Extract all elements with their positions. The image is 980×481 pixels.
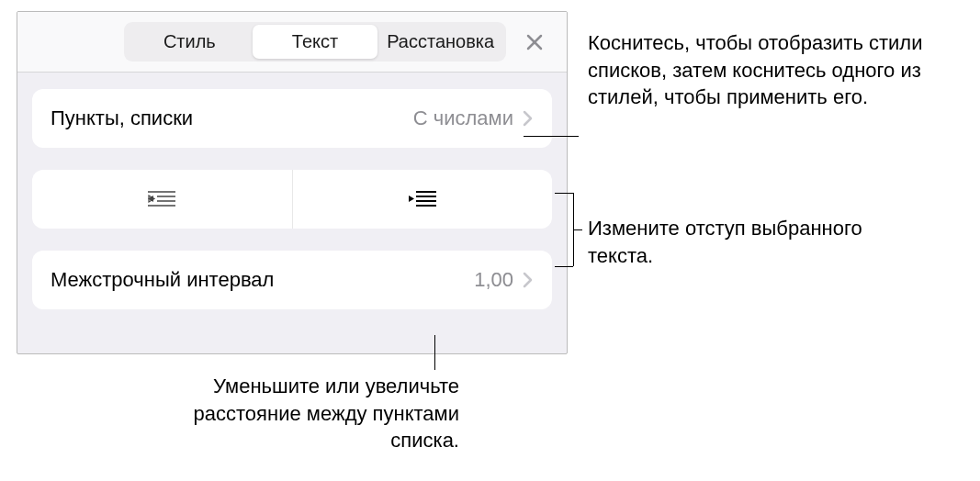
callout-indent: Измените отступ выбранного текста.: [588, 215, 863, 269]
indent-icon: [409, 189, 436, 209]
close-button[interactable]: [517, 25, 552, 60]
leader-line-vertical: [434, 335, 435, 370]
chevron-right-icon: [523, 272, 534, 288]
bullets-lists-value: С числами: [413, 106, 513, 130]
callout-list-styles: Коснитесь, чтобы отобразить стили списко…: [588, 29, 937, 111]
panel-header: Стиль Текст Расстановка: [17, 12, 567, 73]
indent-controls: [32, 170, 552, 229]
close-icon: [525, 33, 544, 51]
svg-marker-12: [409, 196, 414, 202]
line-spacing-value: 1,00: [474, 268, 513, 292]
callout-spacing: Уменьшите или увеличьте расстояние между…: [165, 373, 459, 454]
tab-text[interactable]: Текст: [253, 25, 378, 59]
outdent-button[interactable]: [32, 170, 292, 229]
chevron-right-icon: [523, 110, 534, 127]
bullets-lists-row[interactable]: Пункты, списки С числами: [32, 89, 552, 148]
panel-body: Пункты, списки С числами: [17, 73, 567, 309]
line-spacing-label: Межстрочный интервал: [51, 268, 474, 292]
format-tabs: Стиль Текст Расстановка: [124, 22, 506, 62]
bullets-lists-label: Пункты, списки: [51, 106, 413, 130]
outdent-icon: [148, 189, 175, 209]
leader-line: [524, 136, 579, 137]
indent-button[interactable]: [292, 170, 553, 229]
format-panel: Стиль Текст Расстановка Пункты, списки С…: [17, 11, 568, 354]
tab-style[interactable]: Стиль: [127, 25, 253, 59]
leader-line: [555, 266, 573, 267]
tab-arrange[interactable]: Расстановка: [377, 25, 503, 59]
leader-line: [555, 193, 573, 194]
leader-line: [573, 229, 582, 230]
line-spacing-row[interactable]: Межстрочный интервал 1,00: [32, 251, 552, 309]
